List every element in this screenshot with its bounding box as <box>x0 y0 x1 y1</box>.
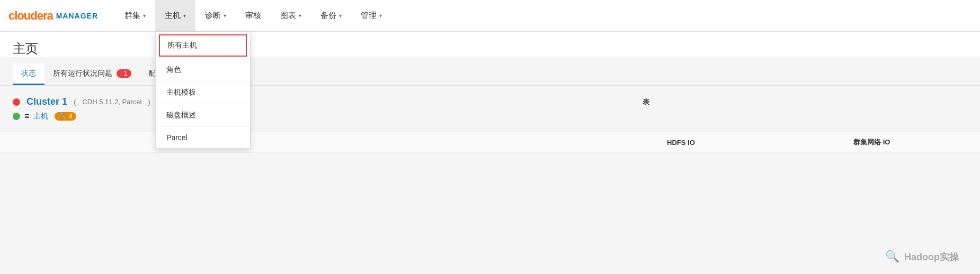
service-label[interactable]: 主机 <box>33 112 48 121</box>
nav-items: 群集 ▾ 主机 ▾ 所有主机 角色 主机模板 磁盘概述 Parcel 诊断 ▾ … <box>115 0 391 31</box>
nav-label-chart: 图表 <box>280 11 296 21</box>
nav-item-chart[interactable]: 图表 ▾ <box>271 0 311 31</box>
nav-label-backup: 备份 <box>320 11 336 21</box>
dropdown-item-host-template[interactable]: 主机模板 <box>156 81 250 104</box>
navbar: cloudera MANAGER 群集 ▾ 主机 ▾ 所有主机 角色 主机模板 … <box>0 0 980 32</box>
nav-label-host: 主机 <box>165 11 181 21</box>
logo-manager: MANAGER <box>56 12 98 20</box>
nav-item-cluster[interactable]: 群集 ▾ <box>115 0 155 31</box>
service-badge: 🔧 4 <box>55 112 76 121</box>
cluster-status-dot <box>13 98 20 106</box>
col-hdfs-io: HDFS IO <box>585 139 776 147</box>
cluster-meta-close: ) <box>148 98 150 106</box>
nav-item-manage[interactable]: 管理 ▾ <box>351 0 391 31</box>
cluster-version: CDH 5.11.2, Parcel <box>82 98 141 106</box>
nav-item-audit[interactable]: 审核 <box>236 0 271 31</box>
chevron-down-icon: ▾ <box>299 13 301 19</box>
page-content: 主页 <box>0 32 980 57</box>
nav-label-cluster: 群集 <box>124 11 140 21</box>
dropdown-item-all-hosts[interactable]: 所有主机 <box>159 34 247 57</box>
table-header-row: HDFS IO 群集网络 IO <box>0 132 980 153</box>
grid-icon: ≡ <box>24 112 29 121</box>
chevron-down-icon: ▾ <box>339 13 342 19</box>
main-section: Cluster 1 ( CDH 5.11.2, Parcel ) 表 ≡ 主机 … <box>0 86 980 132</box>
chevron-down-icon: ▾ <box>379 13 382 19</box>
nav-item-diagnose[interactable]: 诊断 ▾ <box>195 0 236 31</box>
dropdown-item-parcel[interactable]: Parcel <box>156 127 250 148</box>
tab-health-issues[interactable]: 所有运行状况问题 ! 1 <box>44 63 140 85</box>
nav-item-backup[interactable]: 备份 ▾ <box>311 0 351 31</box>
wrench-icon-small: 🔧 <box>59 113 67 120</box>
service-status-dot <box>13 113 20 120</box>
summary-label: 表 <box>643 97 649 107</box>
tab-status[interactable]: 状态 <box>13 63 44 85</box>
tabs-bar: 状态 所有运行状况问题 ! 1 配置 🔧 10 ▾ <box>0 63 980 86</box>
dropdown-item-disk-overview[interactable]: 磁盘概述 <box>156 104 250 127</box>
chevron-down-icon: ▾ <box>224 13 226 19</box>
cluster-name[interactable]: Cluster 1 <box>26 96 67 107</box>
nav-label-diagnose: 诊断 <box>205 11 221 21</box>
tab-label-health: 所有运行状况问题 <box>53 69 112 77</box>
chevron-down-icon: ▾ <box>183 13 186 19</box>
logo-area: cloudera MANAGER <box>8 9 98 23</box>
nav-label-audit: 审核 <box>245 11 261 21</box>
brand-text: cloudera <box>8 9 53 22</box>
exclamation-icon: ! <box>120 70 122 77</box>
col-network-io: 群集网络 IO <box>777 138 967 147</box>
logo-cloudera: cloudera <box>8 9 53 23</box>
cluster-meta: ( <box>74 98 76 106</box>
host-dropdown-menu: 所有主机 角色 主机模板 磁盘概述 Parcel <box>155 32 251 149</box>
dropdown-item-roles[interactable]: 角色 <box>156 59 250 81</box>
nav-item-host[interactable]: 主机 ▾ 所有主机 角色 主机模板 磁盘概述 Parcel <box>155 0 195 31</box>
health-issues-count: 1 <box>124 70 128 77</box>
chevron-down-icon: ▾ <box>143 13 146 19</box>
health-issues-badge: ! 1 <box>117 69 131 78</box>
nav-label-manage: 管理 <box>361 11 377 21</box>
tab-label-status: 状态 <box>21 69 36 77</box>
service-badge-count: 4 <box>69 113 73 120</box>
